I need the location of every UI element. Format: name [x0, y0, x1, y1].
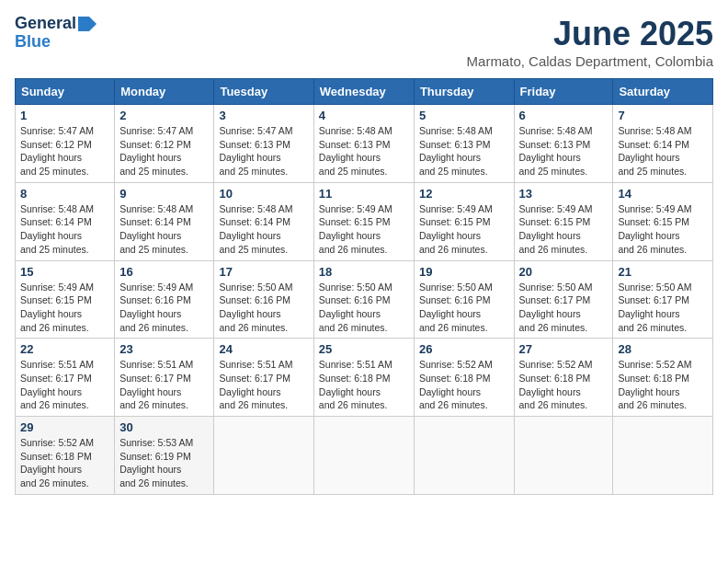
calendar-table: Sunday Monday Tuesday Wednesday Thursday… — [15, 78, 713, 495]
table-row: 5 Sunrise: 5:48 AMSunset: 6:13 PMDayligh… — [414, 105, 514, 183]
table-row: 14 Sunrise: 5:49 AMSunset: 6:15 PMDaylig… — [613, 182, 713, 260]
day-number: 30 — [119, 420, 209, 434]
table-row: 13 Sunrise: 5:49 AMSunset: 6:15 PMDaylig… — [514, 182, 613, 260]
table-row: 1 Sunrise: 5:47 AMSunset: 6:12 PMDayligh… — [16, 105, 115, 183]
day-info: Sunrise: 5:52 AMSunset: 6:18 PMDaylight … — [419, 359, 493, 410]
svg-marker-0 — [78, 17, 97, 31]
day-number: 27 — [519, 342, 609, 356]
day-info: Sunrise: 5:48 AMSunset: 6:14 PMDaylight … — [219, 203, 292, 255]
day-number: 5 — [419, 109, 509, 122]
table-row — [613, 417, 713, 495]
header-wednesday: Wednesday — [313, 79, 414, 105]
day-info: Sunrise: 5:48 AMSunset: 6:13 PMDaylight … — [519, 125, 593, 177]
table-row: 19 Sunrise: 5:50 AMSunset: 6:16 PMDaylig… — [414, 260, 514, 339]
day-info: Sunrise: 5:49 AMSunset: 6:15 PMDaylight … — [20, 282, 94, 333]
day-number: 6 — [519, 109, 609, 122]
day-number: 25 — [319, 342, 409, 356]
day-number: 20 — [519, 265, 609, 279]
day-number: 10 — [219, 187, 308, 201]
table-row: 17 Sunrise: 5:50 AMSunset: 6:16 PMDaylig… — [214, 260, 313, 339]
page-header: General Blue June 2025 Marmato, Caldas D… — [15, 15, 713, 69]
day-info: Sunrise: 5:50 AMSunset: 6:16 PMDaylight … — [419, 282, 493, 333]
logo-text-general: General — [15, 15, 76, 33]
day-info: Sunrise: 5:48 AMSunset: 6:14 PMDaylight … — [618, 125, 691, 177]
day-info: Sunrise: 5:50 AMSunset: 6:16 PMDaylight … — [219, 282, 292, 333]
day-number: 13 — [519, 187, 609, 201]
header-saturday: Saturday — [613, 79, 713, 105]
table-row: 26 Sunrise: 5:52 AMSunset: 6:18 PMDaylig… — [414, 339, 514, 417]
calendar-row: 22 Sunrise: 5:51 AMSunset: 6:17 PMDaylig… — [16, 339, 713, 417]
day-info: Sunrise: 5:49 AMSunset: 6:15 PMDaylight … — [319, 203, 392, 255]
table-row: 9 Sunrise: 5:48 AMSunset: 6:14 PMDayligh… — [115, 182, 214, 260]
day-number: 28 — [618, 342, 708, 356]
table-row: 8 Sunrise: 5:48 AMSunset: 6:14 PMDayligh… — [16, 182, 115, 260]
day-info: Sunrise: 5:52 AMSunset: 6:18 PMDaylight … — [20, 437, 94, 488]
day-number: 2 — [119, 109, 209, 122]
day-number: 21 — [618, 265, 708, 279]
table-row: 25 Sunrise: 5:51 AMSunset: 6:18 PMDaylig… — [313, 339, 414, 417]
day-info: Sunrise: 5:51 AMSunset: 6:18 PMDaylight … — [319, 359, 392, 410]
title-area: June 2025 Marmato, Caldas Department, Co… — [467, 15, 713, 69]
day-number: 29 — [20, 420, 109, 434]
day-info: Sunrise: 5:49 AMSunset: 6:15 PMDaylight … — [419, 203, 493, 255]
day-number: 9 — [119, 187, 209, 201]
day-info: Sunrise: 5:47 AMSunset: 6:12 PMDaylight … — [119, 125, 193, 177]
table-row: 12 Sunrise: 5:49 AMSunset: 6:15 PMDaylig… — [414, 182, 514, 260]
day-info: Sunrise: 5:52 AMSunset: 6:18 PMDaylight … — [618, 359, 691, 410]
table-row: 28 Sunrise: 5:52 AMSunset: 6:18 PMDaylig… — [613, 339, 713, 417]
table-row: 6 Sunrise: 5:48 AMSunset: 6:13 PMDayligh… — [514, 105, 613, 183]
table-row: 15 Sunrise: 5:49 AMSunset: 6:15 PMDaylig… — [16, 260, 115, 339]
day-number: 15 — [20, 265, 109, 279]
day-number: 4 — [319, 109, 409, 122]
table-row: 20 Sunrise: 5:50 AMSunset: 6:17 PMDaylig… — [514, 260, 613, 339]
calendar-row: 8 Sunrise: 5:48 AMSunset: 6:14 PMDayligh… — [16, 182, 713, 260]
header-monday: Monday — [115, 79, 214, 105]
day-info: Sunrise: 5:51 AMSunset: 6:17 PMDaylight … — [219, 359, 292, 410]
table-row: 4 Sunrise: 5:48 AMSunset: 6:13 PMDayligh… — [313, 105, 414, 183]
day-number: 11 — [319, 187, 409, 201]
table-row: 11 Sunrise: 5:49 AMSunset: 6:15 PMDaylig… — [313, 182, 414, 260]
table-row: 16 Sunrise: 5:49 AMSunset: 6:16 PMDaylig… — [115, 260, 214, 339]
day-number: 24 — [219, 342, 308, 356]
day-number: 19 — [419, 265, 509, 279]
day-info: Sunrise: 5:50 AMSunset: 6:16 PMDaylight … — [319, 282, 392, 333]
logo-text-blue: Blue — [15, 33, 51, 52]
table-row — [514, 417, 613, 495]
day-info: Sunrise: 5:50 AMSunset: 6:17 PMDaylight … — [519, 282, 593, 333]
day-info: Sunrise: 5:48 AMSunset: 6:13 PMDaylight … — [319, 125, 392, 177]
day-info: Sunrise: 5:50 AMSunset: 6:17 PMDaylight … — [618, 282, 691, 333]
logo-icon — [78, 17, 97, 31]
table-row: 21 Sunrise: 5:50 AMSunset: 6:17 PMDaylig… — [613, 260, 713, 339]
day-info: Sunrise: 5:47 AMSunset: 6:13 PMDaylight … — [219, 125, 292, 177]
table-row: 24 Sunrise: 5:51 AMSunset: 6:17 PMDaylig… — [214, 339, 313, 417]
day-number: 14 — [618, 187, 708, 201]
table-row — [414, 417, 514, 495]
table-row: 23 Sunrise: 5:51 AMSunset: 6:17 PMDaylig… — [115, 339, 214, 417]
logo: General Blue — [15, 15, 97, 52]
table-row: 22 Sunrise: 5:51 AMSunset: 6:17 PMDaylig… — [16, 339, 115, 417]
day-info: Sunrise: 5:49 AMSunset: 6:15 PMDaylight … — [618, 203, 691, 255]
day-info: Sunrise: 5:53 AMSunset: 6:19 PMDaylight … — [119, 437, 193, 488]
header-sunday: Sunday — [16, 79, 115, 105]
day-number: 22 — [20, 342, 109, 356]
day-number: 23 — [119, 342, 209, 356]
table-row: 3 Sunrise: 5:47 AMSunset: 6:13 PMDayligh… — [214, 105, 313, 183]
day-info: Sunrise: 5:51 AMSunset: 6:17 PMDaylight … — [20, 359, 94, 410]
location-subtitle: Marmato, Caldas Department, Colombia — [467, 53, 713, 69]
table-row: 30 Sunrise: 5:53 AMSunset: 6:19 PMDaylig… — [115, 417, 214, 495]
table-row: 18 Sunrise: 5:50 AMSunset: 6:16 PMDaylig… — [313, 260, 414, 339]
calendar-row: 15 Sunrise: 5:49 AMSunset: 6:15 PMDaylig… — [16, 260, 713, 339]
table-row: 2 Sunrise: 5:47 AMSunset: 6:12 PMDayligh… — [115, 105, 214, 183]
day-info: Sunrise: 5:52 AMSunset: 6:18 PMDaylight … — [519, 359, 593, 410]
header-thursday: Thursday — [414, 79, 514, 105]
day-number: 8 — [20, 187, 109, 201]
day-number: 12 — [419, 187, 509, 201]
day-info: Sunrise: 5:48 AMSunset: 6:14 PMDaylight … — [20, 203, 94, 255]
header-friday: Friday — [514, 79, 613, 105]
day-info: Sunrise: 5:51 AMSunset: 6:17 PMDaylight … — [119, 359, 193, 410]
header-tuesday: Tuesday — [214, 79, 313, 105]
table-row: 10 Sunrise: 5:48 AMSunset: 6:14 PMDaylig… — [214, 182, 313, 260]
day-info: Sunrise: 5:48 AMSunset: 6:13 PMDaylight … — [419, 125, 493, 177]
day-number: 3 — [219, 109, 308, 122]
table-row: 7 Sunrise: 5:48 AMSunset: 6:14 PMDayligh… — [613, 105, 713, 183]
